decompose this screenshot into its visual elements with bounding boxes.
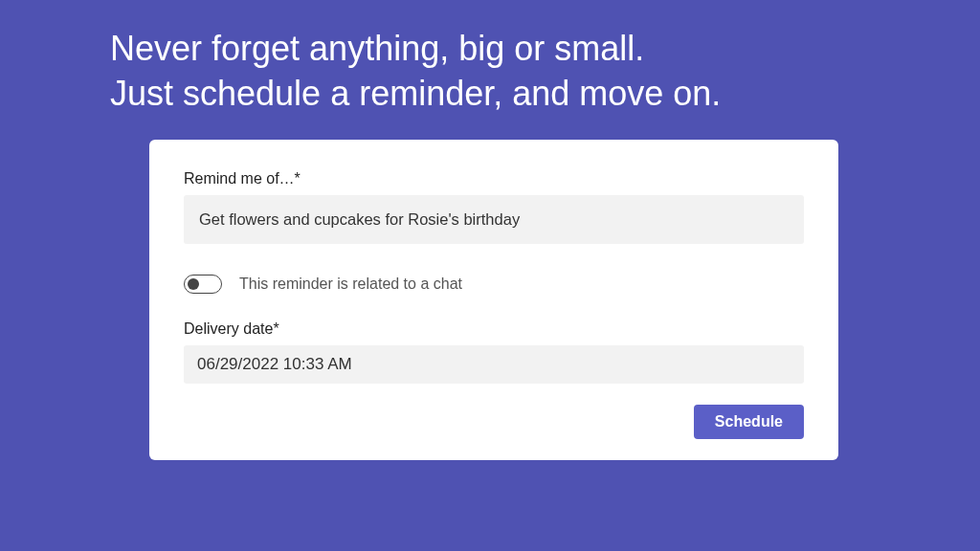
marketing-headline: Never forget anything, big or small. Jus… xyxy=(110,27,980,117)
delivery-date-label: Delivery date* xyxy=(184,320,804,338)
headline-line1: Never forget anything, big or small. xyxy=(110,27,980,72)
toggle-knob-icon xyxy=(188,278,199,290)
delivery-date-input[interactable] xyxy=(184,345,804,384)
headline-line2: Just schedule a reminder, and move on. xyxy=(110,72,980,117)
related-chat-toggle-label: This reminder is related to a chat xyxy=(239,276,462,293)
schedule-button[interactable]: Schedule xyxy=(694,405,804,439)
button-row: Schedule xyxy=(184,405,804,439)
related-chat-toggle[interactable] xyxy=(184,275,222,294)
related-chat-toggle-row: This reminder is related to a chat xyxy=(184,275,804,294)
remind-label: Remind me of…* xyxy=(184,170,804,187)
reminder-form-card: Remind me of…* This reminder is related … xyxy=(149,140,838,460)
remind-input[interactable] xyxy=(184,195,804,244)
